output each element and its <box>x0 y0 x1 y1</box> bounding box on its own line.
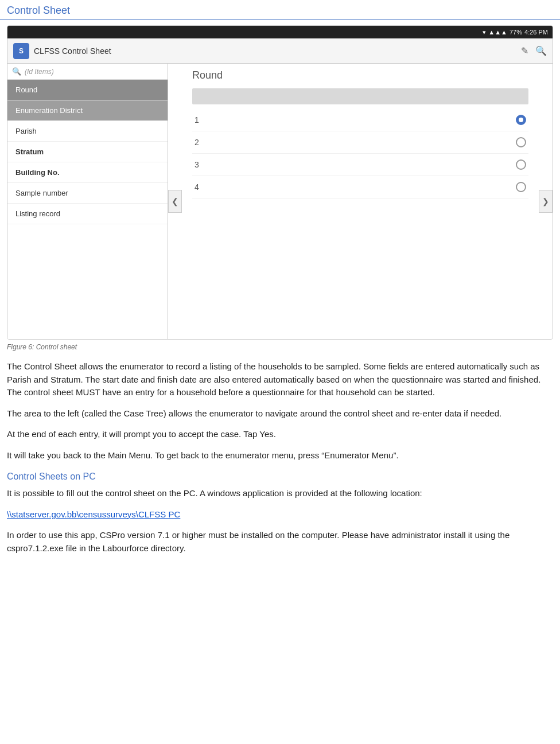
battery-level: 77% <box>510 29 522 36</box>
radio-label-2: 2 <box>195 138 199 147</box>
app-bar-left: S CLFSS Control Sheet <box>13 43 111 59</box>
tree-item-enumeration-district[interactable]: Enumeration District <box>7 100 168 121</box>
field-title: Round <box>192 69 528 81</box>
tree-items: Round Enumeration District Parish Stratu… <box>7 80 168 339</box>
app-bar: S CLFSS Control Sheet ✎ 🔍 <box>7 38 553 64</box>
search-bar-icon: 🔍 <box>12 67 21 76</box>
nav-left-button[interactable]: ❮ <box>168 190 182 213</box>
radio-item-4[interactable]: 4 <box>192 176 528 198</box>
sub-paragraph-link: \\statserver.gov.bb\censussurveys\CLFSS … <box>7 508 553 521</box>
radio-list: 1 2 3 4 <box>192 109 528 198</box>
app-bar-title: CLFSS Control Sheet <box>34 46 111 56</box>
radio-label-4: 4 <box>195 182 199 192</box>
id-items-label: (Id Items) <box>25 68 54 76</box>
highlight-bar <box>192 88 528 104</box>
subsection-heading: Control Sheets on PC <box>7 470 553 484</box>
search-icon[interactable]: 🔍 <box>535 45 547 56</box>
app-bar-right: ✎ 🔍 <box>521 45 547 56</box>
radio-circle-2[interactable] <box>516 137 526 147</box>
radio-circle-4[interactable] <box>516 182 526 192</box>
status-icons: ▾ ▲▲▲ 77% 4:26 PM <box>483 29 548 36</box>
right-panel: ❮ ❯ Round 1 2 3 <box>168 64 553 339</box>
sub-paragraph-2: In order to use this app, CSPro version … <box>7 529 553 555</box>
app-body: 🔍 (Id Items) Round Enumeration District … <box>7 64 553 339</box>
tree-item-sample-number[interactable]: Sample number <box>7 183 168 204</box>
tree-item-building-no[interactable]: Building No. <box>7 162 168 183</box>
time-display: 4:26 PM <box>524 29 548 36</box>
paragraph-4: It will take you back to the Main Menu. … <box>7 449 553 462</box>
wifi-icon: ▾ <box>483 29 486 36</box>
radio-label-3: 3 <box>195 160 199 169</box>
radio-item-2[interactable]: 2 <box>192 131 528 154</box>
clfss-pc-link[interactable]: \\statserver.gov.bb\censussurveys\CLFSS … <box>7 509 180 519</box>
tree-item-round[interactable]: Round <box>7 80 168 100</box>
paragraph-2: The area to the left (called the Case Tr… <box>7 407 553 420</box>
tree-item-stratum[interactable]: Stratum <box>7 142 168 162</box>
tree-item-listing-record[interactable]: Listing record <box>7 204 168 224</box>
radio-circle-1[interactable] <box>516 115 526 125</box>
edit-icon[interactable]: ✎ <box>521 45 528 56</box>
radio-item-3[interactable]: 3 <box>192 154 528 176</box>
sub-paragraph-1: It is possible to fill out the control s… <box>7 487 553 500</box>
figure-caption: Figure 6: Control sheet <box>7 343 553 351</box>
left-panel: 🔍 (Id Items) Round Enumeration District … <box>7 64 168 339</box>
paragraph-1: The Control Sheet allows the enumerator … <box>7 360 553 399</box>
status-bar: ▾ ▲▲▲ 77% 4:26 PM <box>7 26 553 38</box>
tree-item-parish[interactable]: Parish <box>7 121 168 142</box>
search-bar: 🔍 (Id Items) <box>7 64 168 80</box>
nav-right-button[interactable]: ❯ <box>539 190 553 213</box>
radio-circle-3[interactable] <box>516 159 526 170</box>
right-content: Round 1 2 3 4 <box>184 64 536 339</box>
radio-label-1: 1 <box>195 115 199 124</box>
body-text: The Control Sheet allows the enumerator … <box>0 360 560 555</box>
radio-item-1[interactable]: 1 <box>192 109 528 131</box>
page-title: Control Sheet <box>0 0 560 20</box>
signal-icon: ▲▲▲ <box>488 29 507 36</box>
app-logo: S <box>13 43 29 59</box>
device-screenshot: ▾ ▲▲▲ 77% 4:26 PM S CLFSS Control Sheet … <box>7 25 553 340</box>
paragraph-3: At the end of each entry, it will prompt… <box>7 428 553 441</box>
